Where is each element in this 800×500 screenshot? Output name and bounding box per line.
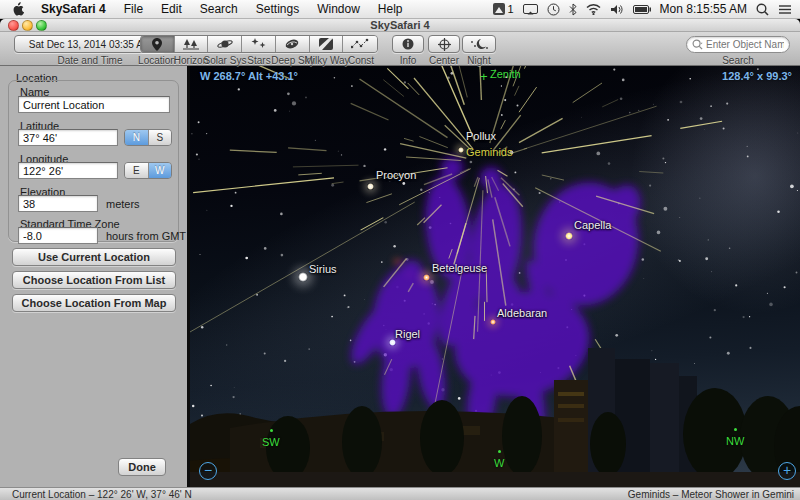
menu-window[interactable]: Window: [308, 0, 369, 19]
star-label-sirius: Sirius: [309, 263, 337, 275]
star-aldebaran[interactable]: [490, 319, 496, 325]
menu-edit[interactable]: Edit: [152, 0, 191, 19]
star-sirius[interactable]: [298, 272, 308, 282]
segment-stars-label: Stars: [247, 55, 270, 66]
segment-horizon[interactable]: [175, 36, 209, 52]
center-label: Center: [428, 55, 460, 66]
wifi-icon[interactable]: [586, 4, 601, 15]
timezone-unit: hours from GMT: [106, 230, 186, 242]
airplay-display-icon[interactable]: [523, 4, 538, 15]
star-capella[interactable]: [565, 232, 573, 240]
compass-nw: NW: [726, 435, 744, 447]
menu-app-name[interactable]: SkySafari 4: [32, 0, 115, 19]
segment-deep-sky[interactable]: [276, 36, 310, 52]
segment-solar-sys[interactable]: [208, 36, 242, 52]
segment-solar-sys-label: Solar Sys: [204, 55, 247, 66]
menu-help[interactable]: Help: [369, 0, 412, 19]
window-title-bar[interactable]: SkySafari 4: [0, 19, 800, 32]
status-bar: Current Location – 122° 26' W, 37° 46' N…: [0, 487, 800, 500]
apple-menu[interactable]: [0, 2, 32, 16]
star-label-rigel: Rigel: [395, 328, 420, 340]
stars-icon: [251, 38, 267, 50]
notification-center-icon[interactable]: [778, 4, 792, 15]
star-label-betelgeuse: Betelgeuse: [432, 262, 487, 274]
time-machine-icon[interactable]: [547, 3, 560, 16]
status-selection-text: Geminids – Meteor Shower in Gemini: [628, 489, 800, 500]
compass-dot-w: [498, 450, 501, 453]
latitude-hemisphere-toggle: N S: [124, 129, 172, 146]
latitude-north-option[interactable]: N: [125, 130, 149, 145]
elevation-unit: meters: [106, 198, 140, 210]
compass-dot-nw: [734, 428, 737, 431]
star-procyon[interactable]: [367, 183, 374, 190]
star-label-pollux: Pollux: [466, 130, 496, 142]
search-label: Search: [686, 55, 790, 66]
star-label-capella: Capella: [574, 219, 611, 231]
search-input[interactable]: [706, 39, 784, 50]
longitude-field[interactable]: [18, 162, 118, 179]
zoom-out-button[interactable]: −: [199, 462, 217, 480]
compass-w: W: [494, 457, 504, 469]
info-label: Info: [392, 55, 424, 66]
battery-icon[interactable]: [633, 5, 651, 14]
status-location-text: Current Location – 122° 26' W, 37° 46' N: [0, 489, 192, 500]
segment-const-label: Const: [348, 55, 374, 66]
input-source-indicator[interactable]: 1: [493, 3, 513, 15]
direction-altitude-readout: W 268.7° Alt +43.1°: [200, 70, 298, 82]
longitude-west-option[interactable]: W: [149, 163, 172, 178]
datetime-value: Sat Dec 13, 2014 03:35 AM: [29, 39, 151, 50]
volume-icon[interactable]: [610, 4, 624, 15]
geminids-radiant-label: Geminids: [466, 146, 512, 158]
segment-milky-way-label: Milky Way: [304, 55, 349, 66]
horizon-trees-icon: [183, 38, 199, 50]
search-field[interactable]: [686, 36, 790, 53]
zenith-label: Zenith: [490, 68, 521, 80]
view-segmented-control: [140, 35, 378, 53]
name-field[interactable]: [18, 96, 170, 113]
segment-location-label: Location: [138, 55, 176, 66]
longitude-east-option[interactable]: E: [125, 163, 149, 178]
night-button[interactable]: [462, 35, 496, 53]
use-current-location-button[interactable]: Use Current Location: [12, 248, 176, 266]
menu-file[interactable]: File: [115, 0, 152, 19]
timezone-field[interactable]: [18, 227, 98, 244]
menu-clock[interactable]: Mon 8:15:55 AM: [660, 2, 747, 16]
star-pollux[interactable]: [458, 147, 464, 153]
segment-milky-way[interactable]: [310, 36, 344, 52]
choose-location-from-list-button[interactable]: Choose Location From List: [12, 271, 176, 289]
info-button[interactable]: [392, 35, 424, 53]
menu-search[interactable]: Search: [191, 0, 247, 19]
star-label-procyon: Procyon: [376, 169, 416, 181]
star-betelgeuse[interactable]: [423, 274, 430, 281]
segment-location[interactable]: [141, 36, 175, 52]
compass-dot-sw: [270, 429, 273, 432]
latitude-south-option[interactable]: S: [149, 130, 172, 145]
screen: SkySafari 4 File Edit Search Settings Wi…: [0, 0, 800, 500]
search-icon: [692, 39, 703, 50]
spotlight-icon[interactable]: [756, 3, 769, 16]
menu-settings[interactable]: Settings: [247, 0, 308, 19]
done-button[interactable]: Done: [118, 458, 166, 476]
field-of-view-readout: 128.4° x 99.3°: [722, 70, 792, 82]
night-label: Night: [462, 55, 496, 66]
longitude-hemisphere-toggle: E W: [124, 162, 172, 179]
choose-location-from-map-button[interactable]: Choose Location From Map: [12, 294, 176, 312]
elevation-field[interactable]: [18, 195, 98, 212]
sky-viewport[interactable]: W 268.7° Alt +43.1° 128.4° x 99.3° + Zen…: [190, 66, 800, 487]
galaxy-icon: [284, 38, 300, 50]
view-segment-labels: Location Horizon Solar Sys Stars Deep Sk…: [140, 55, 378, 66]
info-icon: [402, 38, 414, 50]
zoom-in-button[interactable]: +: [778, 462, 796, 480]
center-crosshair-icon: [438, 38, 451, 51]
location-pin-icon: [152, 38, 162, 51]
center-button[interactable]: [428, 35, 460, 53]
menu-bar: SkySafari 4 File Edit Search Settings Wi…: [0, 0, 800, 19]
zenith-marker: +: [480, 69, 488, 84]
latitude-field[interactable]: [18, 129, 118, 146]
menu-left: SkySafari 4 File Edit Search Settings Wi…: [0, 0, 412, 19]
segment-stars[interactable]: [242, 36, 276, 52]
input-source-count: 1: [507, 3, 513, 15]
segment-const[interactable]: [343, 36, 377, 52]
bluetooth-icon[interactable]: [569, 3, 577, 16]
constellation-icon: [351, 38, 369, 50]
